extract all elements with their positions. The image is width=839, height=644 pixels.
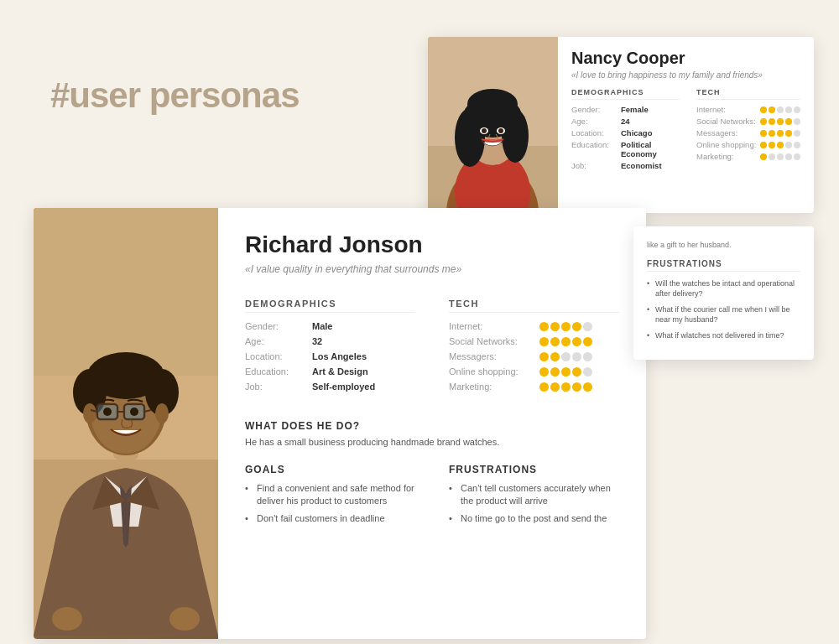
nancy-demo-title: DEMOGRAPHICS — [571, 88, 680, 100]
dot — [572, 367, 581, 377]
dot — [583, 382, 592, 392]
what-does-text: He has a small business producing handma… — [245, 437, 619, 447]
r-value-age: 32 — [312, 336, 322, 346]
r-value-location: Los Angeles — [312, 351, 367, 361]
what-does-title: WHAT DOES HE DO? — [245, 420, 619, 432]
nancy-tech-social: Social Networks: — [696, 117, 800, 126]
dot — [539, 382, 549, 392]
dot — [550, 382, 560, 392]
frust-section-title: FRUSTRATIONS — [647, 259, 800, 272]
dot — [794, 106, 800, 113]
r-value-gender: Male — [312, 321, 332, 331]
dot — [760, 153, 767, 160]
dot — [769, 118, 775, 125]
goals-section: GOALS Find a convenient and safe method … — [245, 464, 415, 529]
nancy-tech-marketing: Marketing: — [696, 152, 800, 161]
dot — [785, 130, 792, 137]
nancy-tech-internet: Internet: — [696, 105, 800, 114]
r-tech-dots-messagers — [539, 352, 592, 361]
demo-label-job: Job: — [571, 161, 618, 170]
tech-label-messagers: Messagers: — [696, 128, 757, 138]
r-tech-label-messagers: Messagers: — [449, 351, 533, 361]
dot — [561, 322, 571, 331]
dot — [777, 106, 784, 113]
tech-label-marketing: Marketing: — [696, 152, 757, 161]
richard-tech-title: TECH — [449, 299, 619, 313]
svg-point-36 — [169, 607, 200, 631]
dot — [777, 142, 784, 148]
r-tech-label-internet: Internet: — [449, 321, 533, 331]
svg-point-9 — [467, 89, 518, 119]
dot — [550, 337, 560, 346]
nancy-card: Nancy Cooper «I love to bring happiness … — [428, 37, 814, 213]
richard-name: Richard Jonson — [245, 231, 619, 258]
svg-point-25 — [155, 403, 169, 423]
svg-point-35 — [52, 607, 82, 631]
dot — [794, 142, 800, 148]
dot — [769, 130, 775, 137]
nancy-tech-messagers: Messagers: — [696, 128, 800, 138]
tech-dots-marketing — [760, 153, 800, 160]
frustrations-title: FRUSTRATIONS — [449, 464, 619, 475]
demo-row-gender: Gender: Female — [571, 105, 680, 114]
dot — [550, 367, 560, 377]
dot — [794, 118, 800, 125]
r-value-education: Art & Design — [312, 366, 368, 377]
richard-main-sections: DEMOGRAPHICS Gender: Male Age: 32 Locati… — [245, 299, 619, 397]
svg-point-13 — [498, 128, 503, 133]
svg-point-24 — [83, 403, 96, 423]
goals-item-2: Don't fail customers in deadline — [245, 512, 415, 525]
r-value-job: Self-employed — [312, 382, 375, 392]
richard-quote: «I value quality in everything that surr… — [245, 263, 619, 275]
goals-item-1: Find a convenient and safe method for de… — [245, 482, 415, 508]
richard-content: Richard Jonson «I value quality in every… — [218, 208, 646, 639]
richard-demo-job: Job: Self-employed — [245, 382, 415, 392]
nancy-content: Nancy Cooper «I love to bring happiness … — [558, 37, 814, 213]
richard-demo-education: Education: Art & Design — [245, 366, 415, 377]
nancy-tech: TECH Internet: Social Networks: — [696, 88, 800, 173]
dot — [561, 352, 571, 361]
r-tech-dots-internet — [539, 322, 592, 331]
richard-demo-age: Age: 32 — [245, 336, 415, 346]
dot — [785, 153, 792, 160]
dot — [572, 337, 581, 346]
nancy-tech-title: TECH — [696, 88, 800, 100]
what-does-section: WHAT DOES HE DO? He has a small business… — [245, 420, 619, 447]
dot — [539, 337, 549, 346]
demo-label-gender: Gender: — [571, 105, 618, 114]
demo-row-age: Age: 24 — [571, 117, 680, 126]
r-tech-internet: Internet: — [449, 321, 619, 331]
richard-card: Richard Jonson «I value quality in every… — [34, 208, 646, 639]
svg-point-8 — [502, 109, 529, 163]
tech-dots-internet — [760, 106, 800, 113]
svg-point-34 — [130, 408, 138, 416]
dot — [777, 130, 784, 137]
nancy-demographics: DEMOGRAPHICS Gender: Female Age: 24 Loca… — [571, 88, 680, 173]
frustrations-section: FRUSTRATIONS Can't tell customers accura… — [449, 464, 619, 529]
dot — [572, 352, 581, 361]
partial-text-top: like a gift to her husband. — [647, 240, 800, 251]
demo-label-location: Location: — [571, 128, 618, 138]
r-tech-dots-marketing — [539, 382, 592, 392]
r-tech-dots-social — [539, 337, 592, 346]
nancy-photo — [428, 37, 558, 213]
r-label-gender: Gender: — [245, 321, 305, 331]
frustrations-card: like a gift to her husband. FRUSTRATIONS… — [633, 226, 814, 360]
tech-dots-shopping — [760, 142, 800, 148]
nancy-quote: «I love to bring happiness to my family … — [571, 70, 800, 80]
dot — [572, 382, 581, 392]
dot — [539, 352, 549, 361]
r-tech-social: Social Networks: — [449, 336, 619, 346]
frust-item-1: Will the watches be intact and operation… — [647, 278, 800, 299]
nancy-sections: DEMOGRAPHICS Gender: Female Age: 24 Loca… — [571, 88, 800, 173]
richard-photo — [34, 208, 218, 639]
goals-title: GOALS — [245, 464, 415, 475]
richard-tech: TECH Internet: Social Networks: — [449, 299, 619, 397]
richard-photo-svg — [34, 208, 218, 636]
demo-label-education: Education: — [571, 140, 618, 158]
demo-value-education: Political Economy — [621, 140, 680, 158]
demo-value-age: 24 — [621, 117, 630, 126]
richard-demographics: DEMOGRAPHICS Gender: Male Age: 32 Locati… — [245, 299, 415, 397]
dot — [760, 106, 767, 113]
frust-item-3: What if wlatches not delivered in time? — [647, 330, 800, 341]
